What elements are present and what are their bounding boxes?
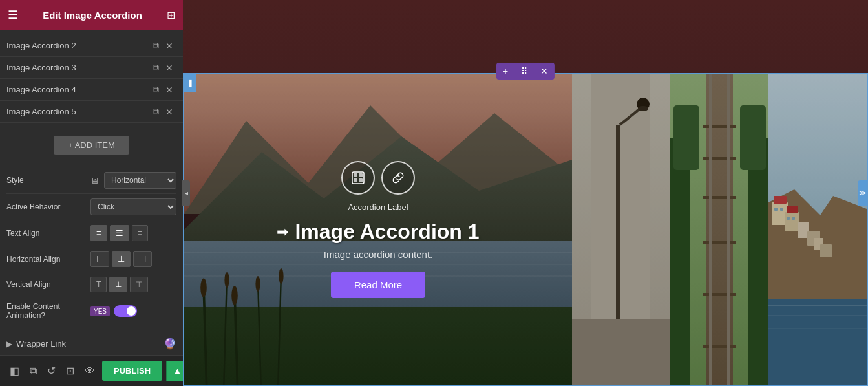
item-label: Image Accordion 4 (6, 85, 149, 94)
delete-button[interactable]: ✕ (162, 39, 176, 52)
canvas-widget-toolbar: + ⠿ ✕ (496, 63, 555, 80)
list-item: Image Accordion 5 ⧉ ✕ (0, 101, 183, 123)
animation-toggle-wrap: YES (90, 305, 137, 317)
link-icon (391, 171, 405, 185)
accordion-subtitle: Image accordion content. (324, 249, 432, 260)
move-widget-button[interactable]: ⠿ (514, 63, 534, 80)
history-icon-button[interactable]: ↺ (44, 363, 59, 379)
v-align-middle-button[interactable]: ⊥ (109, 277, 127, 292)
accordion-panel-4[interactable] (768, 74, 867, 385)
h-align-right-button[interactable]: ⊣ (133, 251, 152, 267)
svg-rect-45 (670, 74, 768, 385)
delete-button[interactable]: ✕ (162, 105, 176, 118)
chevron-right-icon: ▶ (6, 339, 12, 348)
animation-setting-row: Enable Content Animation? YES (6, 297, 176, 325)
horizontal-align-control: ⊢ ⊥ ⊣ (90, 251, 176, 267)
accordion-panel-3[interactable] (670, 74, 768, 385)
add-item-button[interactable]: + ADD ITEM (54, 136, 129, 155)
h-align-left-button[interactable]: ⊢ (90, 251, 109, 267)
accordion-widget: Accordion Label ➡ Image Accordion 1 Imag… (183, 73, 868, 386)
preview-icon-button[interactable]: 👁 (81, 363, 98, 379)
toggle-yes-label: YES (90, 306, 110, 316)
wrapper-link-row[interactable]: ▶ Wrapper Link 🔮 (0, 332, 183, 355)
grid-icon[interactable]: ⊞ (167, 9, 175, 21)
style-select[interactable]: Horizontal Vertical (104, 172, 176, 189)
delete-button[interactable]: ✕ (162, 83, 176, 96)
delete-button[interactable]: ✕ (162, 61, 176, 74)
panel-footer: ◧ ⧉ ↺ ⊡ 👁 PUBLISH ▲ (0, 355, 183, 386)
accordion-panel-2[interactable] (572, 74, 670, 385)
panel-2-bg (572, 74, 670, 385)
vertical-align-row: Vertical Align T ⊥ ⊤ (6, 272, 176, 297)
canvas-area: + ⠿ ✕ ▐ ≫ (183, 0, 868, 386)
style-setting-row: Style 🖥 Horizontal Vertical (6, 167, 176, 194)
link-icon-circle (381, 161, 415, 195)
panel-header-icons: ⊞ (167, 9, 175, 21)
v-align-bottom-button[interactable]: ⊤ (130, 277, 148, 292)
add-item-container: + ADD ITEM (0, 125, 183, 164)
text-align-right-button[interactable]: ≡ (132, 225, 149, 241)
duplicate-button[interactable]: ⧉ (149, 39, 162, 52)
active-behavior-control: Click Hover (90, 198, 176, 215)
list-item: Image Accordion 3 ⧉ ✕ (0, 57, 183, 79)
svg-rect-23 (359, 178, 363, 182)
vertical-align-label: Vertical Align (6, 280, 90, 289)
svg-rect-30 (572, 74, 670, 385)
text-align-row: Text Align ≡ ☰ ≡ (6, 220, 176, 246)
text-align-left-button[interactable]: ≡ (90, 225, 107, 241)
svg-rect-20 (354, 173, 357, 177)
accordion-title-row: ➡ Image Accordion 1 (277, 220, 479, 244)
close-widget-button[interactable]: ✕ (534, 63, 555, 80)
horizontal-align-label: Horizontal Align (6, 255, 90, 264)
accordion-icon-label: Accordion Label (348, 202, 408, 212)
panel-1-content: Accordion Label ➡ Image Accordion 1 Imag… (184, 74, 572, 385)
item-label: Image Accordion 5 (6, 107, 149, 116)
left-panel: ☰ Edit Image Accordion ⊞ Image Accordion… (0, 0, 183, 386)
duplicate-button[interactable]: ⧉ (149, 83, 162, 96)
settings-section: Style 🖥 Horizontal Vertical Active Behav… (0, 164, 183, 332)
vertical-align-control: T ⊥ ⊤ (90, 277, 176, 292)
text-align-center-button[interactable]: ☰ (110, 225, 129, 241)
hamburger-icon[interactable]: ☰ (8, 8, 18, 22)
gallery-icon (351, 171, 365, 185)
list-item: Image Accordion 4 ⧉ ✕ (0, 79, 183, 101)
style-control: 🖥 Horizontal Vertical (90, 172, 176, 189)
style-label: Style (6, 176, 90, 185)
svg-rect-65 (768, 74, 867, 385)
publish-button[interactable]: PUBLISH (102, 361, 162, 381)
panel-header: ☰ Edit Image Accordion ⊞ (0, 0, 183, 30)
text-align-label: Text Align (6, 229, 90, 238)
list-item: Image Accordion 2 ⧉ ✕ (0, 35, 183, 57)
layers-icon-button[interactable]: ◧ (6, 363, 23, 379)
duplicate-button[interactable]: ⧉ (149, 61, 162, 74)
h-align-center-button[interactable]: ⊥ (112, 251, 131, 267)
active-behavior-select[interactable]: Click Hover (90, 198, 176, 215)
v-align-top-button[interactable]: T (90, 277, 107, 292)
horizontal-align-row: Horizontal Align ⊢ ⊥ ⊣ (6, 246, 176, 272)
panel-3-bg (670, 74, 768, 385)
item-label: Image Accordion 3 (6, 63, 149, 72)
add-widget-button[interactable]: + (496, 63, 514, 80)
responsive-icon-button[interactable]: ⊡ (63, 363, 78, 379)
svg-rect-22 (354, 178, 357, 182)
arrow-right-icon: ➡ (277, 224, 288, 241)
widget-handle[interactable]: ▐ (183, 73, 196, 92)
item-label: Image Accordion 2 (6, 41, 149, 50)
read-more-button[interactable]: Read More (331, 272, 425, 298)
active-behavior-row: Active Behavior Click Hover (6, 194, 176, 220)
wrapper-link-label: Wrapper Link (16, 339, 164, 348)
duplicate-button[interactable]: ⧉ (149, 105, 162, 118)
canvas-right-handle[interactable]: ≫ (858, 180, 868, 206)
panel-title: Edit Image Accordion (43, 10, 142, 21)
animation-label: Enable Content Animation? (6, 302, 90, 320)
accordion-icons-row (341, 161, 415, 195)
panel-4-bg (768, 74, 867, 385)
gallery-icon-circle (341, 161, 375, 195)
collapse-handle[interactable]: ◂ (182, 180, 190, 206)
accordion-panel-1[interactable]: Accordion Label ➡ Image Accordion 1 Imag… (184, 74, 572, 385)
pages-icon-button[interactable]: ⧉ (26, 363, 40, 379)
animation-toggle[interactable] (114, 305, 137, 317)
monitor-icon: 🖥 (90, 176, 99, 186)
text-align-control: ≡ ☰ ≡ (90, 225, 176, 241)
svg-rect-21 (359, 173, 363, 177)
